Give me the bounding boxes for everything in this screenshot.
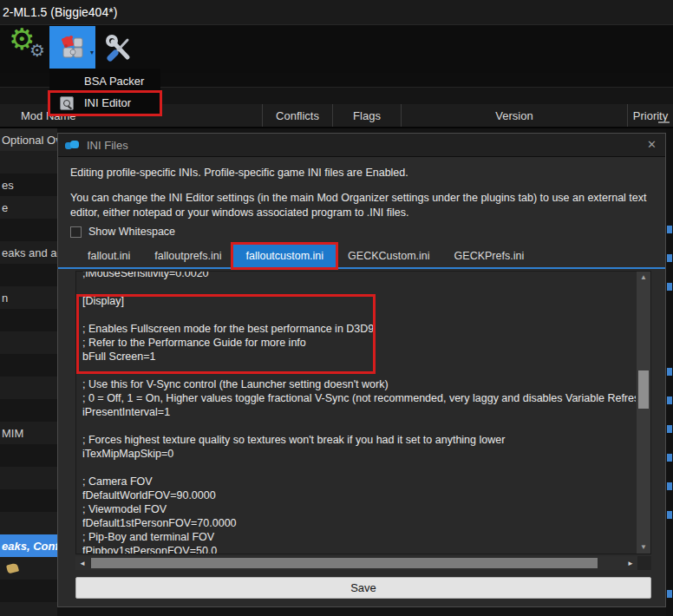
column-header-flags[interactable]: Flags xyxy=(332,104,401,127)
window-title: 2-ML1.5 (Biggie404*) xyxy=(0,0,673,24)
editor-settings-hint-text: You can change the INI Editor settings (… xyxy=(70,191,658,220)
menu-item-bsa-packer[interactable]: BSA Packer xyxy=(49,70,160,92)
mod-list-item-label: eaks and add xyxy=(2,246,57,259)
scroll-down-arrow-icon[interactable]: ▼ xyxy=(637,541,650,554)
column-header-version[interactable]: Version xyxy=(401,104,627,127)
editor-line: ; Enables Fullscreen mode for the best p… xyxy=(82,322,636,336)
mod-list-item[interactable]: eaks and add xyxy=(0,241,57,264)
editor-line xyxy=(82,419,636,433)
mod-list-item[interactable] xyxy=(0,399,57,422)
tab-fallout-ini[interactable]: fallout.ini xyxy=(75,245,142,267)
mod-list-item[interactable]: MIM xyxy=(0,422,57,444)
tools-plugins-button[interactable]: ▾ xyxy=(49,26,95,69)
mod-list-item[interactable] xyxy=(0,444,57,467)
editor-content: ;iMouseSensitivity=0.0020 [Display] ; En… xyxy=(82,271,636,554)
editor-line xyxy=(82,364,636,377)
clipped-text-fragment xyxy=(667,425,672,433)
ini-files-dialog: INI Files ✕ Editing profile-specific INI… xyxy=(57,133,666,607)
dialog-title: INI Files xyxy=(87,139,128,152)
mod-list-item[interactable]: es xyxy=(0,174,57,196)
scroll-left-arrow-icon[interactable]: ◄ xyxy=(75,560,89,567)
mod-list-item-label: e xyxy=(2,201,8,214)
mod-list-item[interactable] xyxy=(0,580,57,602)
column-header-conflicts[interactable]: Conflicts xyxy=(262,104,332,127)
clipped-text-fragment xyxy=(667,396,672,404)
menu-item-label: INI Editor xyxy=(84,96,131,109)
mod-list-item-label: eaks, Confi xyxy=(2,540,57,553)
settings-button[interactable]: ⚙ ⚙ xyxy=(9,28,49,68)
editor-line: ; Use this for V-Sync control (the Launc… xyxy=(82,377,636,391)
scroll-right-arrow-icon[interactable]: ► xyxy=(624,560,637,567)
column-header-priority[interactable]: Priority xyxy=(627,104,673,127)
editor-line: ; Pip-Boy and terminal FOV xyxy=(82,530,636,544)
mod-list-item[interactable] xyxy=(0,602,57,616)
mod-list-item[interactable]: Optional Ov xyxy=(0,128,57,151)
tab-falloutprefs-ini[interactable]: falloutprefs.ini xyxy=(142,245,233,267)
clipped-text-fragment xyxy=(667,254,672,262)
profile-ini-status-text: Editing profile-specific INIs. Profile-s… xyxy=(70,167,408,179)
vertical-scrollbar[interactable]: ▲ ▼ xyxy=(637,272,650,554)
clipped-text-fragment xyxy=(667,590,672,598)
menu-item-label: BSA Packer xyxy=(84,75,144,88)
clipped-text-fragment xyxy=(667,454,672,462)
mod-list-item[interactable] xyxy=(0,151,57,174)
editor-line: ; Camera FOV xyxy=(82,475,636,488)
tools-dropdown-menu: BSA PackerINI Editor xyxy=(49,69,160,115)
wrench-screwdriver-icon xyxy=(104,34,134,63)
show-whitespace-row: Show Whitespace xyxy=(70,226,175,238)
mod-list-item-label: n xyxy=(2,292,8,305)
tab-underline xyxy=(58,267,665,269)
mod-list-item[interactable] xyxy=(0,557,57,580)
clipped-text-fragment xyxy=(667,283,672,291)
mod-list-item[interactable]: n xyxy=(0,286,57,309)
mod-list-item[interactable] xyxy=(0,512,57,534)
mod-list-item-label: MIM xyxy=(2,427,23,440)
ini-document-magnifier-icon xyxy=(60,96,74,110)
mod-list-item[interactable] xyxy=(0,264,57,286)
horizontal-scroll-thumb[interactable] xyxy=(91,558,598,568)
mod-list-item[interactable] xyxy=(0,354,57,377)
mod-list-item[interactable]: eaks, Confi xyxy=(0,534,57,557)
close-icon[interactable]: ✕ xyxy=(647,138,657,152)
mod-list-item[interactable] xyxy=(0,219,57,241)
chevron-down-icon: ▾ xyxy=(90,49,94,56)
editor-line: fDefaultWorldFOV=90.0000 xyxy=(82,488,636,502)
editor-line: ; Forces highest texture quality so text… xyxy=(82,433,636,447)
mod-list: Optional Oveseeaks and addnMIMeaks, Conf… xyxy=(0,128,57,616)
mod-list-item[interactable] xyxy=(0,309,57,331)
puzzle-icon xyxy=(59,34,87,62)
editor-line: ;iMouseSensitivity=0.0020 xyxy=(82,271,636,280)
mod-list-item[interactable] xyxy=(0,467,57,489)
show-whitespace-checkbox[interactable] xyxy=(70,226,82,238)
clipped-text-fragment xyxy=(667,368,672,376)
ini-document-magnifier-icon xyxy=(49,96,84,110)
editor-line: [Display] xyxy=(82,294,636,308)
menu-item-ini-editor[interactable]: INI Editor xyxy=(49,92,160,114)
clipped-text-fragment xyxy=(667,482,672,490)
mod-list-item[interactable] xyxy=(0,331,57,354)
tools-button[interactable] xyxy=(99,29,139,69)
scrollbar-corner xyxy=(637,556,651,570)
tab-falloutcustom-ini[interactable]: falloutcustom.ini xyxy=(233,245,336,267)
editor-line: ; 0 = Off, 1 = On, Higher values toggle … xyxy=(82,391,636,405)
dialog-titlebar: INI Files ✕ xyxy=(58,134,665,157)
vertical-scroll-thumb[interactable] xyxy=(638,370,649,409)
mod-list-item[interactable] xyxy=(0,489,57,512)
ini-text-editor[interactable]: ;iMouseSensitivity=0.0020 [Display] ; En… xyxy=(75,271,651,554)
scroll-up-arrow-icon[interactable]: ▲ xyxy=(637,272,650,284)
horizontal-scroll-track[interactable] xyxy=(89,556,624,570)
tab-geckprefs-ini[interactable]: GECKPrefs.ini xyxy=(442,245,537,267)
gear-small-icon: ⚙ xyxy=(29,42,45,59)
horizontal-scrollbar[interactable]: ◄ ► xyxy=(75,556,651,570)
save-button[interactable]: Save xyxy=(75,577,651,599)
mod-list-item-label: Optional Ov xyxy=(2,134,57,147)
tab-geckcustom-ini[interactable]: GECKCustom.ini xyxy=(336,245,441,267)
editor-line: fDefault1stPersonFOV=70.0000 xyxy=(82,516,636,530)
editor-line: iTexMipMapSkip=0 xyxy=(82,447,636,461)
ini-files-icon xyxy=(65,140,80,150)
editor-line: iPresentInterval=1 xyxy=(82,405,636,419)
show-whitespace-label: Show Whitespace xyxy=(88,226,175,238)
mod-list-item[interactable]: e xyxy=(0,196,57,219)
mod-list-item[interactable] xyxy=(0,377,57,399)
clipped-text-fragment xyxy=(667,511,672,519)
